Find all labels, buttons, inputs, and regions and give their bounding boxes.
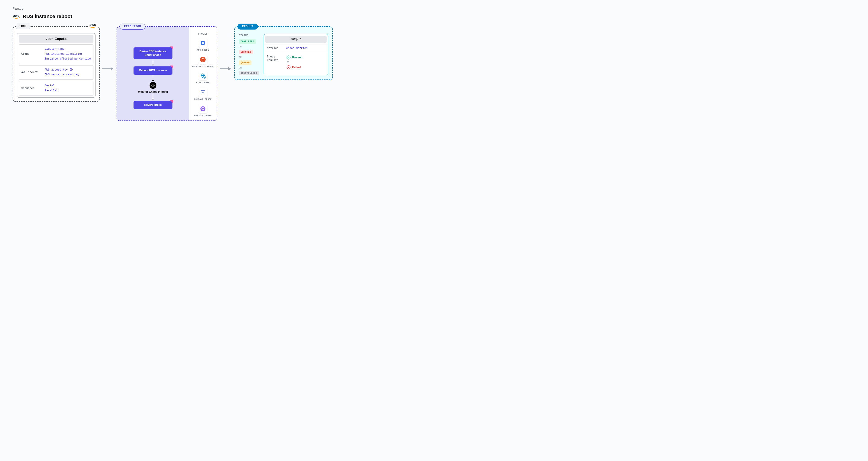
metrics-value: chaos metrics: [286, 47, 308, 51]
output-header: Output: [265, 36, 327, 43]
step-derive: Derive RDS instance under chaos: [133, 48, 173, 59]
input-group-sequence: Sequence Serial Parallel: [19, 81, 93, 95]
target-icon: [198, 104, 208, 113]
svg-point-3: [203, 42, 203, 43]
arrow-right-icon: [100, 66, 117, 71]
globe-icon: [198, 71, 208, 81]
input-value: Cluster name: [45, 48, 91, 51]
probe-command: COMMAND PROBE: [194, 88, 212, 101]
kubernetes-icon: [198, 38, 208, 48]
page-header: Fault aws RDS instance reboot: [12, 7, 856, 20]
tune-panel: TUNE aws User Inputs Common Cluster name…: [12, 26, 100, 102]
input-value: Serial: [45, 84, 91, 88]
result-badge: RESULT: [238, 24, 258, 30]
status-completed: COMPLETED: [239, 39, 256, 44]
result-failed: Failed: [292, 65, 301, 69]
probe-k8s: K8S PROBE: [197, 38, 209, 52]
arrow-down-icon: [153, 75, 153, 82]
arrow-right-icon: [217, 66, 234, 71]
x-circle-icon: [286, 65, 291, 70]
input-value: RDS instance identifier: [45, 53, 91, 56]
probes-column: PROBES K8S PROBE PROMETHEUS PROBE HTTP P…: [189, 27, 217, 120]
svg-point-17: [287, 56, 290, 59]
user-inputs-header: User Inputs: [19, 35, 93, 42]
probe-http: HTTP PROBE: [196, 71, 210, 85]
result-passed: Passed: [292, 56, 303, 59]
input-value: AWS secret access key: [45, 73, 91, 77]
probe-prometheus: PROMETHEUS PROBE: [192, 55, 214, 68]
fault-label: Fault: [12, 7, 856, 11]
aws-logo-icon: aws: [12, 14, 20, 19]
step-reboot: Reboot RDS instance: [133, 66, 173, 75]
check-circle-icon: [286, 55, 291, 60]
output-row-probe-results: Probe Results Passed OR Failed: [264, 53, 328, 72]
terminal-icon: [198, 88, 208, 97]
arrow-down-icon: [152, 94, 154, 101]
probe-srm-slo: SRM SLO PROBE: [194, 104, 212, 118]
status-queued: QUEUED: [239, 60, 251, 65]
input-group-common: Common Cluster name RDS instance identif…: [19, 44, 93, 64]
wait-label: Wait for Chaos Interval: [138, 90, 168, 94]
page-title: RDS instance reboot: [23, 13, 72, 20]
output-box: Output Metrics chaos metrics Probe Resul…: [264, 34, 328, 75]
aws-logo-icon: aws: [88, 23, 97, 28]
execution-badge: EXECUTION: [120, 24, 146, 30]
input-value: Parallel: [45, 89, 91, 93]
clock-icon: [150, 82, 156, 89]
output-row-metrics: Metrics chaos metrics: [264, 44, 328, 53]
prometheus-icon: [198, 55, 208, 64]
tune-badge: TUNE: [16, 24, 30, 29]
probes-title: PROBES: [198, 33, 208, 35]
svg-point-15: [202, 108, 204, 110]
input-group-aws-secret: AWS secret AWS access key ID AWS secret …: [19, 65, 93, 80]
svg-rect-11: [201, 91, 205, 94]
step-revert: Revert stress: [133, 101, 173, 109]
input-value: AWS access key ID: [45, 68, 91, 72]
execution-panel: EXECUTION Derive RDS instance under chao…: [117, 26, 217, 121]
status-title: STATUS: [239, 34, 259, 37]
status-errored: ERRORED: [239, 50, 253, 54]
diagram-flow: TUNE aws User Inputs Common Cluster name…: [12, 26, 856, 121]
arrow-down-icon: [153, 59, 153, 66]
input-value: Instance affected percentage: [45, 57, 91, 61]
status-incompleted: INCOMPLETED: [239, 71, 259, 75]
status-column: STATUS COMPLETED OR ERRORED OR QUEUED OR…: [239, 34, 259, 75]
result-panel: RESULT STATUS COMPLETED OR ERRORED OR QU…: [234, 26, 333, 80]
